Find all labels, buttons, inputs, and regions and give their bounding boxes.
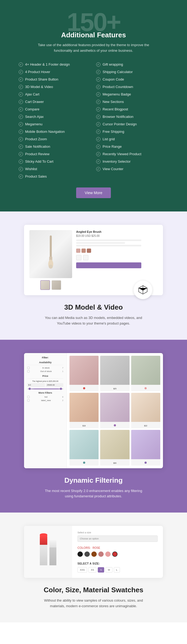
feature-item-7: ✓ Compare <box>19 106 91 112</box>
color-swatch-black[interactable] <box>77 551 83 557</box>
features-grid: ✓ 4+ Header & 1 Footer design ✓ Gift wra… <box>19 62 168 179</box>
price-from[interactable]: $ 0 <box>27 383 45 387</box>
check-icon: ✓ <box>19 159 23 164</box>
color-swatch-mauve[interactable] <box>98 551 104 557</box>
product-info: Angled Eye Brush $19.00 USD $25.00 <box>76 230 158 268</box>
check-icon: ✓ <box>19 152 23 156</box>
check-icon: ✓ <box>19 167 23 171</box>
check-icon: ✓ <box>19 100 23 104</box>
model-title: 3D Model & Video <box>16 303 171 311</box>
feature-item-col2-13: ✓ Recently Viewed Product <box>96 151 168 157</box>
filter-label: Filter: <box>27 356 63 359</box>
size-select-dropdown[interactable]: Choose an option <box>77 535 158 542</box>
filtering-section: Filter: Availability In stock 7 Out of s… <box>0 340 187 513</box>
product-card-3 <box>131 356 160 391</box>
product-info-2: $25 <box>100 385 129 391</box>
thumbnail-2[interactable] <box>52 280 61 290</box>
swatch-2[interactable] <box>81 249 86 253</box>
lipstick-1 <box>40 536 47 565</box>
range-thumb-left[interactable] <box>29 388 31 390</box>
price-range-bar <box>27 389 63 389</box>
size-s[interactable]: S <box>98 567 104 573</box>
lipstick-container <box>40 536 56 565</box>
thumbnail-1[interactable] <box>40 280 50 290</box>
product-price: $19.00 USD $25.00 <box>76 234 158 237</box>
feature-item-2: ✓ 4 Product Hover <box>19 69 91 75</box>
check-icon: ✓ <box>19 174 23 179</box>
product-card-1 <box>69 356 99 391</box>
product-img-7 <box>69 430 99 459</box>
color-swatch-red[interactable] <box>112 551 118 557</box>
filtering-description: The most recent Shopify 2.0 enhancement … <box>43 488 144 499</box>
product-dot-5 <box>114 424 116 426</box>
label-new-checkbox[interactable] <box>27 399 30 402</box>
add-to-cart-btn[interactable] <box>76 262 141 268</box>
swatch-3[interactable] <box>87 249 91 253</box>
product-card-4: $18 <box>69 393 99 428</box>
availability-label: Availability <box>27 361 63 365</box>
select-size-label: Select a size <box>77 531 158 534</box>
feature-item-10: ✓ Mobile Bottom Navigation <box>19 129 91 135</box>
check-icon: ✓ <box>96 77 100 82</box>
feature-item-col2-6: ✓ New Sections <box>96 99 168 105</box>
product-card-9 <box>131 430 160 465</box>
check-icon: ✓ <box>19 130 23 134</box>
feature-item-col2-11: ✓ List grid <box>96 136 168 142</box>
product-dot-3 <box>145 387 147 389</box>
out-of-stock-checkbox[interactable] <box>27 370 30 373</box>
check-icon: ✓ <box>96 100 100 104</box>
feature-item-15: ✓ Wishlist <box>19 166 91 172</box>
size-opt-1[interactable] <box>76 255 81 260</box>
color-swatch-darkgray[interactable] <box>84 551 90 557</box>
product-info-9 <box>131 459 160 466</box>
feature-item-col2-8: ✓ Browser Notification <box>96 114 168 120</box>
product-card-7 <box>69 430 99 465</box>
feature-item-5: ✓ Ajax Cart <box>19 91 91 97</box>
feature-item-6: ✓ Cart Drawer <box>19 99 91 105</box>
size-opt-2[interactable] <box>83 255 88 260</box>
product-info-3 <box>131 385 160 391</box>
product-card-5 <box>100 393 129 428</box>
feature-item-3: ✓ Product Share Button <box>19 77 91 82</box>
size-xxs[interactable]: XXS <box>77 567 87 573</box>
color-swatch-rose[interactable] <box>105 551 111 557</box>
brush-illustration <box>43 235 59 273</box>
product-img-6 <box>131 393 160 422</box>
swatch-1[interactable] <box>76 249 80 253</box>
check-icon: ✓ <box>19 62 23 67</box>
feature-item-col2-12: ✓ Price Range <box>96 144 168 150</box>
size-options <box>76 255 158 260</box>
product-price-4: $18 <box>83 425 86 427</box>
size-m[interactable]: M <box>106 567 112 573</box>
tag-hot-checkbox[interactable] <box>27 396 30 398</box>
check-icon: ✓ <box>96 92 100 97</box>
view-more-button[interactable]: View More <box>76 187 111 198</box>
lipstick-2 <box>49 540 56 565</box>
check-icon: ✓ <box>19 145 23 149</box>
check-icon: ✓ <box>19 107 23 111</box>
swatches-section: Select a size Choose an option COLORS: R… <box>0 513 187 622</box>
size-select-label: SELECT A SIZE: <box>77 562 158 565</box>
feature-item-1: ✓ 4+ Header & 1 Footer design <box>19 62 91 67</box>
filtering-title: Dynamic Filtering <box>16 476 171 485</box>
price-note: The highest price is $25,000.00 <box>27 380 63 382</box>
in-stock-checkbox[interactable] <box>27 367 30 369</box>
swatches-description: Without the ability to view samples of v… <box>40 598 147 609</box>
size-l[interactable]: L <box>114 567 120 573</box>
filter-label-new: label_new 2 <box>27 399 63 402</box>
product-image-col <box>29 230 72 290</box>
size-xs[interactable]: XS <box>88 567 96 573</box>
check-icon: ✓ <box>96 85 100 89</box>
feature-item-col2-2: ✓ Shipping Calculator <box>96 69 168 75</box>
product-image <box>29 230 72 278</box>
range-thumb-right[interactable] <box>60 388 62 390</box>
check-icon: ✓ <box>96 62 100 67</box>
filter-sidebar: Filter: Availability In stock 7 Out of s… <box>24 353 67 468</box>
price-to[interactable]: 25000.00 <box>46 383 64 387</box>
check-icon: ✓ <box>96 122 100 126</box>
swatches-title: Color, Size, Material Swatches <box>16 586 171 594</box>
check-icon: ✓ <box>19 77 23 82</box>
feature-item-col2-7: ✓ Recent Blogpost <box>96 106 168 112</box>
color-swatch-brown[interactable] <box>91 551 97 557</box>
info-line-3 <box>76 245 141 246</box>
